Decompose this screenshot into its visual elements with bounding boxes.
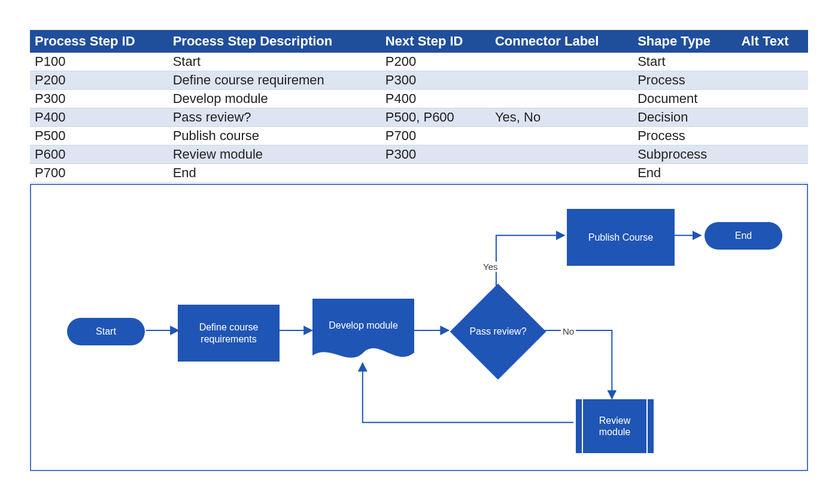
- col-connector: Connector Label: [490, 31, 633, 52]
- col-step-desc: Process Step Description: [168, 31, 381, 52]
- edge-label-yes: Yes: [481, 262, 499, 272]
- connectors-svg: [31, 185, 807, 470]
- col-next-id: Next Step ID: [381, 31, 490, 52]
- develop-module-shape: Develop module: [312, 299, 414, 365]
- col-shape-type: Shape Type: [633, 31, 736, 52]
- table-row: P300 Develop module P400 Document: [30, 90, 808, 108]
- review-label: Review module: [576, 415, 654, 438]
- process-table-body: P100 Start P200 Start P200 Define course…: [30, 52, 808, 183]
- flowchart-canvas: Start Define course requirements Develop…: [30, 184, 808, 471]
- pass-review-decision: Pass review?: [450, 284, 546, 379]
- table-row: P100 Start P200 Start: [30, 52, 808, 71]
- start-label: Start: [96, 326, 116, 337]
- review-module-shape: Review module: [576, 399, 654, 453]
- start-shape: Start: [67, 318, 145, 345]
- table-row: P500 Publish course P700 Process: [30, 127, 808, 145]
- edge-label-no: No: [561, 326, 576, 336]
- process-table: Process Step ID Process Step Description…: [30, 30, 808, 183]
- col-step-id: Process Step ID: [30, 31, 168, 52]
- table-row: P200 Define course requiremen P300 Proce…: [30, 71, 808, 90]
- define-requirements-shape: Define course requirements: [178, 305, 280, 362]
- table-row: P600 Review module P300 Subprocess: [30, 145, 808, 164]
- decision-label: Pass review?: [469, 326, 526, 337]
- publish-course-shape: Publish Course: [567, 209, 675, 266]
- col-alt-text: Alt Text: [736, 31, 808, 52]
- end-label: End: [735, 230, 752, 241]
- develop-label: Develop module: [329, 320, 398, 343]
- define-label: Define course requirements: [178, 321, 280, 344]
- table-row: P700 End End: [30, 164, 808, 183]
- publish-label: Publish Course: [588, 232, 654, 243]
- end-shape: End: [705, 222, 782, 250]
- table-row: P400 Pass review? P500, P600 Yes, No Dec…: [30, 108, 808, 127]
